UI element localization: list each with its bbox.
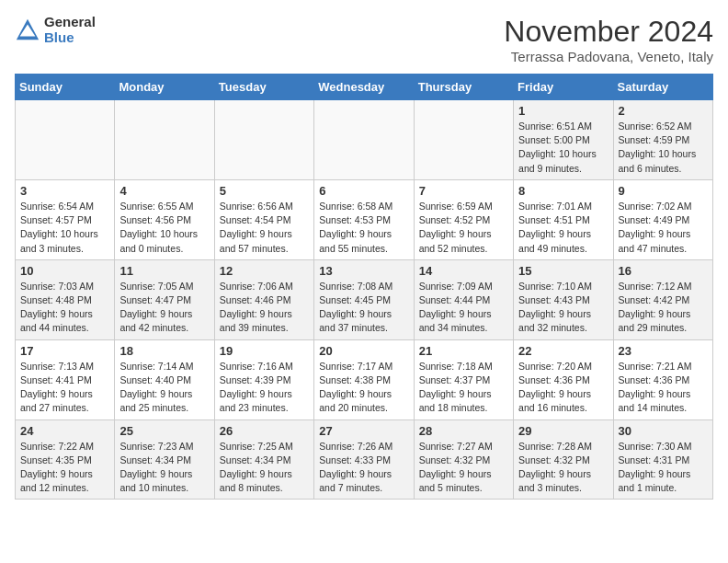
- day-number: 23: [619, 344, 708, 358]
- cell-content: Sunrise: 7:25 AM Sunset: 4:34 PM Dayligh…: [220, 440, 309, 496]
- calendar-cell: 21Sunrise: 7:18 AM Sunset: 4:37 PM Dayli…: [414, 339, 513, 419]
- cell-content: Sunrise: 7:14 AM Sunset: 4:40 PM Dayligh…: [119, 360, 209, 416]
- calendar-table: SundayMondayTuesdayWednesdayThursdayFrid…: [15, 74, 713, 500]
- calendar-week-row: 1Sunrise: 6:51 AM Sunset: 5:00 PM Daylig…: [16, 100, 713, 180]
- calendar-cell: 11Sunrise: 7:05 AM Sunset: 4:47 PM Dayli…: [115, 259, 214, 339]
- day-number: 10: [20, 264, 109, 278]
- logo: General Blue: [15, 15, 96, 45]
- day-number: 17: [20, 344, 109, 358]
- calendar-cell: [414, 100, 513, 180]
- cell-content: Sunrise: 6:51 AM Sunset: 5:00 PM Dayligh…: [518, 120, 608, 176]
- logo-blue-text: Blue: [44, 30, 96, 46]
- calendar-cell: 4Sunrise: 6:55 AM Sunset: 4:56 PM Daylig…: [115, 179, 214, 259]
- calendar-cell: 19Sunrise: 7:16 AM Sunset: 4:39 PM Dayli…: [214, 339, 313, 419]
- calendar-cell: 27Sunrise: 7:26 AM Sunset: 4:33 PM Dayli…: [314, 419, 414, 500]
- calendar-cell: 9Sunrise: 7:02 AM Sunset: 4:49 PM Daylig…: [613, 179, 712, 259]
- calendar-cell: 18Sunrise: 7:14 AM Sunset: 4:40 PM Dayli…: [115, 339, 214, 419]
- calendar-cell: 10Sunrise: 7:03 AM Sunset: 4:48 PM Dayli…: [16, 259, 115, 339]
- calendar-cell: 14Sunrise: 7:09 AM Sunset: 4:44 PM Dayli…: [414, 259, 513, 339]
- calendar-cell: 26Sunrise: 7:25 AM Sunset: 4:34 PM Dayli…: [214, 419, 313, 500]
- calendar-cell: 12Sunrise: 7:06 AM Sunset: 4:46 PM Dayli…: [214, 259, 313, 339]
- calendar-cell: [115, 100, 214, 180]
- day-number: 9: [619, 184, 708, 198]
- day-number: 13: [319, 264, 408, 278]
- col-header-wednesday: Wednesday: [314, 75, 414, 100]
- day-number: 30: [619, 424, 708, 438]
- day-number: 16: [619, 264, 708, 278]
- col-header-tuesday: Tuesday: [214, 75, 313, 100]
- cell-content: Sunrise: 7:22 AM Sunset: 4:35 PM Dayligh…: [20, 440, 109, 496]
- day-number: 29: [518, 424, 608, 438]
- cell-content: Sunrise: 6:55 AM Sunset: 4:56 PM Dayligh…: [119, 200, 209, 256]
- cell-content: Sunrise: 7:21 AM Sunset: 4:36 PM Dayligh…: [619, 360, 708, 416]
- day-number: 28: [419, 424, 508, 438]
- calendar-cell: 2Sunrise: 6:52 AM Sunset: 4:59 PM Daylig…: [613, 100, 712, 180]
- cell-content: Sunrise: 7:08 AM Sunset: 4:45 PM Dayligh…: [319, 280, 408, 336]
- day-number: 27: [319, 424, 408, 438]
- day-number: 3: [20, 184, 109, 198]
- cell-content: Sunrise: 7:12 AM Sunset: 4:42 PM Dayligh…: [619, 280, 708, 336]
- cell-content: Sunrise: 7:09 AM Sunset: 4:44 PM Dayligh…: [419, 280, 508, 336]
- col-header-friday: Friday: [514, 75, 613, 100]
- day-number: 4: [119, 184, 209, 198]
- day-number: 25: [119, 424, 209, 438]
- logo-general-text: General: [44, 15, 96, 30]
- cell-content: Sunrise: 6:54 AM Sunset: 4:57 PM Dayligh…: [20, 200, 109, 256]
- cell-content: Sunrise: 7:17 AM Sunset: 4:38 PM Dayligh…: [319, 360, 408, 416]
- cell-content: Sunrise: 7:27 AM Sunset: 4:32 PM Dayligh…: [419, 440, 508, 496]
- calendar-header-row: SundayMondayTuesdayWednesdayThursdayFrid…: [16, 75, 713, 100]
- calendar-week-row: 3Sunrise: 6:54 AM Sunset: 4:57 PM Daylig…: [16, 179, 713, 259]
- col-header-saturday: Saturday: [613, 75, 712, 100]
- calendar-cell: 5Sunrise: 6:56 AM Sunset: 4:54 PM Daylig…: [214, 179, 313, 259]
- day-number: 12: [220, 264, 309, 278]
- day-number: 19: [220, 344, 309, 358]
- calendar-cell: 23Sunrise: 7:21 AM Sunset: 4:36 PM Dayli…: [613, 339, 712, 419]
- logo-icon: [15, 17, 40, 43]
- calendar-week-row: 24Sunrise: 7:22 AM Sunset: 4:35 PM Dayli…: [16, 419, 713, 500]
- cell-content: Sunrise: 6:56 AM Sunset: 4:54 PM Dayligh…: [220, 200, 309, 256]
- cell-content: Sunrise: 7:13 AM Sunset: 4:41 PM Dayligh…: [20, 360, 109, 416]
- calendar-cell: [16, 100, 115, 180]
- calendar-cell: 30Sunrise: 7:30 AM Sunset: 4:31 PM Dayli…: [613, 419, 712, 500]
- cell-content: Sunrise: 7:26 AM Sunset: 4:33 PM Dayligh…: [319, 440, 408, 496]
- col-header-thursday: Thursday: [414, 75, 513, 100]
- calendar-cell: 17Sunrise: 7:13 AM Sunset: 4:41 PM Dayli…: [16, 339, 115, 419]
- title-area: November 2024 Terrassa Padovana, Veneto,…: [504, 15, 713, 64]
- day-number: 18: [119, 344, 209, 358]
- cell-content: Sunrise: 6:58 AM Sunset: 4:53 PM Dayligh…: [319, 200, 408, 256]
- day-number: 8: [518, 184, 608, 198]
- day-number: 24: [20, 424, 109, 438]
- day-number: 15: [518, 264, 608, 278]
- cell-content: Sunrise: 7:23 AM Sunset: 4:34 PM Dayligh…: [119, 440, 209, 496]
- calendar-cell: 15Sunrise: 7:10 AM Sunset: 4:43 PM Dayli…: [514, 259, 613, 339]
- col-header-sunday: Sunday: [16, 75, 115, 100]
- cell-content: Sunrise: 7:02 AM Sunset: 4:49 PM Dayligh…: [619, 200, 708, 256]
- day-number: 11: [119, 264, 209, 278]
- day-number: 5: [220, 184, 309, 198]
- cell-content: Sunrise: 7:30 AM Sunset: 4:31 PM Dayligh…: [619, 440, 708, 496]
- calendar-cell: 28Sunrise: 7:27 AM Sunset: 4:32 PM Dayli…: [414, 419, 513, 500]
- page-header: General Blue November 2024 Terrassa Pado…: [15, 15, 713, 64]
- day-number: 6: [319, 184, 408, 198]
- calendar-cell: [314, 100, 414, 180]
- day-number: 2: [619, 104, 708, 118]
- cell-content: Sunrise: 6:59 AM Sunset: 4:52 PM Dayligh…: [419, 200, 508, 256]
- cell-content: Sunrise: 7:05 AM Sunset: 4:47 PM Dayligh…: [119, 280, 209, 336]
- day-number: 7: [419, 184, 508, 198]
- cell-content: Sunrise: 7:18 AM Sunset: 4:37 PM Dayligh…: [419, 360, 508, 416]
- cell-content: Sunrise: 7:01 AM Sunset: 4:51 PM Dayligh…: [518, 200, 608, 256]
- calendar-cell: 29Sunrise: 7:28 AM Sunset: 4:32 PM Dayli…: [514, 419, 613, 500]
- calendar-cell: 6Sunrise: 6:58 AM Sunset: 4:53 PM Daylig…: [314, 179, 414, 259]
- day-number: 20: [319, 344, 408, 358]
- cell-content: Sunrise: 7:16 AM Sunset: 4:39 PM Dayligh…: [220, 360, 309, 416]
- cell-content: Sunrise: 6:52 AM Sunset: 4:59 PM Dayligh…: [619, 120, 708, 176]
- cell-content: Sunrise: 7:10 AM Sunset: 4:43 PM Dayligh…: [518, 280, 608, 336]
- day-number: 21: [419, 344, 508, 358]
- calendar-cell: 3Sunrise: 6:54 AM Sunset: 4:57 PM Daylig…: [16, 179, 115, 259]
- calendar-cell: 22Sunrise: 7:20 AM Sunset: 4:36 PM Dayli…: [514, 339, 613, 419]
- calendar-week-row: 17Sunrise: 7:13 AM Sunset: 4:41 PM Dayli…: [16, 339, 713, 419]
- location-subtitle: Terrassa Padovana, Veneto, Italy: [504, 49, 713, 64]
- calendar-cell: 8Sunrise: 7:01 AM Sunset: 4:51 PM Daylig…: [514, 179, 613, 259]
- calendar-cell: 7Sunrise: 6:59 AM Sunset: 4:52 PM Daylig…: [414, 179, 513, 259]
- col-header-monday: Monday: [115, 75, 214, 100]
